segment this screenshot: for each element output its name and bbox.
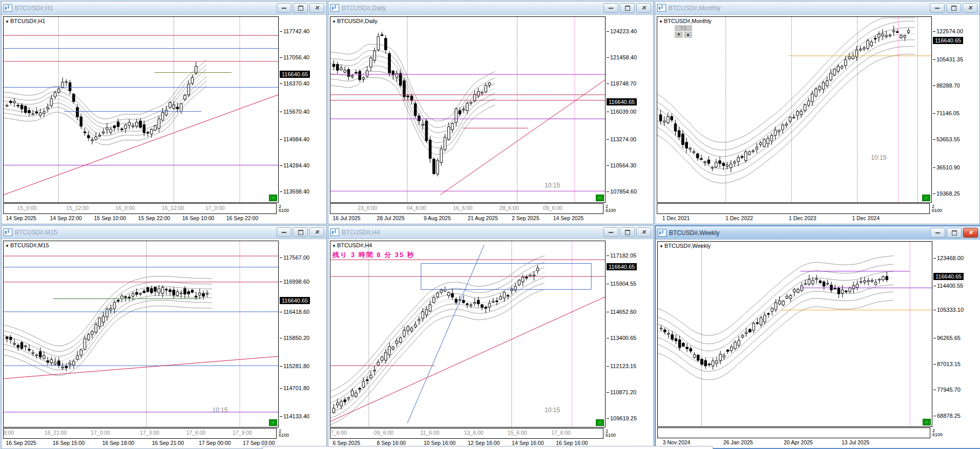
- price-axis[interactable]: 117182.05115904.55114652.60113400.651121…: [606, 241, 652, 427]
- maximize-button[interactable]: [620, 227, 635, 237]
- time-axis[interactable]: 16 Jul 202528 Jul 20259 Aug 202521 Aug 2…: [330, 214, 606, 222]
- price-axis[interactable]: 122574.00105431.3588288.7071146.0553653.…: [932, 16, 978, 203]
- time-axis[interactable]: 16 Sep 202516 Sep 15:0016 Sep 18:0016 Se…: [3, 439, 279, 447]
- time-axis[interactable]: 14 Sep 202514 Sep 22:0015 Sep 10:0015 Se…: [3, 214, 279, 222]
- minimize-button[interactable]: [603, 227, 618, 237]
- green-minus-button[interactable]: -: [269, 195, 277, 201]
- minimize-button[interactable]: [930, 3, 945, 13]
- maximize-icon: [298, 230, 303, 235]
- axis-corner: 26100: [277, 203, 325, 214]
- date-label: 1 Dec 2021: [662, 215, 690, 221]
- window-titlebar[interactable]: BTCUSD#,Daily ✕: [328, 2, 653, 15]
- price-tick-label: 114284.40: [283, 162, 309, 168]
- close-button[interactable]: ✕: [963, 228, 978, 238]
- chart-plot[interactable]: ▼BTCUSD#,Daily 10:15-: [330, 16, 606, 203]
- axis-corner: 26100: [603, 203, 652, 214]
- window-titlebar[interactable]: BTCUSD#,H4 ✕: [328, 226, 653, 239]
- price-tick-label: 113274.00: [610, 136, 636, 142]
- date-label: 16 Sep 21:00: [152, 440, 184, 446]
- minimize-button[interactable]: [277, 227, 291, 237]
- time-sublabel: 17_6:00: [551, 430, 571, 436]
- time-subaxis[interactable]: [657, 427, 930, 438]
- window-titlebar[interactable]: BTCUSD#,M15 ✕: [2, 226, 326, 239]
- time-sublabel: 28_6:00: [499, 205, 519, 211]
- price-tick-label: 117742.40: [283, 28, 309, 34]
- green-minus-button[interactable]: -: [596, 195, 604, 201]
- close-button[interactable]: ✕: [309, 3, 324, 13]
- price-axis[interactable]: 124223.40121458.40118748.70116039.001132…: [606, 16, 652, 203]
- chart-icon: [330, 4, 339, 12]
- price-tick-label: 113598.40: [283, 188, 309, 195]
- time-subaxis[interactable]: 15_0:0015_12:0016_0:0016_12:0017_0:00: [3, 203, 277, 214]
- date-label: 9 Aug 2025: [424, 215, 451, 221]
- maximize-button[interactable]: [293, 227, 308, 237]
- window-titlebar[interactable]: BTCUSD#,H1 ✕: [2, 2, 326, 15]
- minimize-button[interactable]: [603, 3, 618, 13]
- green-minus-button[interactable]: -: [922, 195, 930, 201]
- date-label: 3 Nov 2024: [663, 439, 691, 445]
- time-subaxis[interactable]: 7_6:0009_6:0011_6:0013_6:0015_6:0017_6:0…: [330, 428, 603, 439]
- price-tick-label: 96265.65: [937, 335, 961, 341]
- maximize-button[interactable]: [947, 228, 962, 238]
- maximize-button[interactable]: [946, 3, 961, 13]
- date-label: 17 Sep 00:00: [199, 440, 231, 446]
- time-sublabel: 15_12:00: [66, 205, 89, 211]
- time-marker-label: 10:15: [545, 407, 560, 414]
- minimize-button[interactable]: [277, 3, 291, 13]
- minimize-icon: [935, 8, 940, 9]
- date-label: 16 Jul 2025: [332, 215, 360, 221]
- maximize-button[interactable]: [293, 3, 308, 13]
- green-minus-button[interactable]: -: [596, 419, 604, 426]
- window-titlebar[interactable]: BTCUSD#,Weekly ✕: [656, 226, 980, 240]
- date-label: 14 Sep 22:00: [50, 215, 81, 221]
- minimize-icon: [609, 232, 613, 233]
- minimize-button[interactable]: [930, 228, 945, 238]
- close-button[interactable]: ✕: [963, 3, 977, 13]
- date-label: 21 Aug 2025: [468, 215, 498, 221]
- price-tick-label: 53653.55: [936, 136, 960, 142]
- green-minus-button[interactable]: -: [269, 419, 277, 426]
- time-axis[interactable]: 1 Dec 20211 Dec 20221 Dec 20231 Dec 2024: [657, 214, 932, 222]
- maximize-button[interactable]: [620, 3, 635, 13]
- chart-plot[interactable]: ▼BTCUSD#,Monthly 10:15Y1▼▲-: [657, 16, 932, 203]
- maximize-icon: [952, 230, 957, 236]
- price-tick-label: 19368.25: [936, 190, 960, 197]
- chart-plot[interactable]: ▼BTCUSD#,H1 -: [3, 16, 279, 203]
- price-axis[interactable]: 117742.40117056.40116370.40115670.401149…: [279, 16, 325, 203]
- current-price-badge: 116640.65: [280, 297, 310, 304]
- window-titlebar[interactable]: BTCUSD#,Monthly ✕: [655, 2, 979, 15]
- close-button[interactable]: ✕: [309, 227, 324, 237]
- price-tick-label: 110871.20: [610, 389, 636, 395]
- chart-plot[interactable]: ▼BTCUSD#,Weekly -: [657, 241, 932, 427]
- time-subaxis[interactable]: 8:0016_21:0017_0:0017_3:0017_6:0017_9:00: [3, 428, 277, 439]
- date-label: 2 Sep 2025: [512, 215, 539, 221]
- close-icon: ✕: [968, 5, 972, 11]
- time-marker-label: 10:15: [545, 182, 560, 189]
- price-tick-label: 115904.55: [610, 281, 636, 287]
- chart-plot[interactable]: ▼BTCUSD#,M15 10:15-: [3, 241, 279, 427]
- green-minus-button[interactable]: -: [923, 419, 931, 425]
- close-icon: ✕: [968, 230, 973, 236]
- current-price-badge: 116640.65: [933, 273, 964, 280]
- chart-icon: [657, 4, 666, 12]
- date-label: 1 Dec 2022: [725, 215, 753, 221]
- window-title: BTCUSD#,M15: [15, 229, 277, 236]
- price-axis[interactable]: 117567.00116998.60116418.60115850.201152…: [279, 241, 325, 427]
- price-tick-label: 71146.05: [936, 110, 960, 116]
- close-button[interactable]: ✕: [636, 227, 651, 237]
- window-title: BTCUSD#,Daily: [342, 5, 603, 12]
- price-axis[interactable]: 123468.00114400.55105333.1096265.6587013…: [932, 241, 978, 427]
- chart-plot[interactable]: ▼BTCUSD#,H4 残り 3 時間 8 分 35 秒 10:15-: [330, 241, 606, 427]
- window-title: BTCUSD#,H1: [15, 5, 277, 12]
- y1-down-button[interactable]: ▼: [675, 32, 683, 38]
- close-button[interactable]: ✕: [636, 3, 651, 13]
- price-tick-label: 122574.00: [936, 28, 963, 34]
- y1-up-button[interactable]: ▲: [684, 32, 692, 38]
- time-sublabel: 09_6:00: [374, 430, 393, 436]
- time-subaxis[interactable]: 23_6:0004_6:0016_6:0028_6:0009_6:00: [330, 203, 603, 214]
- axis-corner: 26100: [930, 427, 978, 438]
- time-axis[interactable]: 3 Nov 202426 Jan 202520 Apr 202513 Jul 2…: [657, 438, 932, 446]
- time-subaxis[interactable]: [657, 203, 930, 214]
- price-tick-label: 117056.40: [283, 54, 309, 60]
- current-price-badge: 116640.65: [607, 98, 637, 105]
